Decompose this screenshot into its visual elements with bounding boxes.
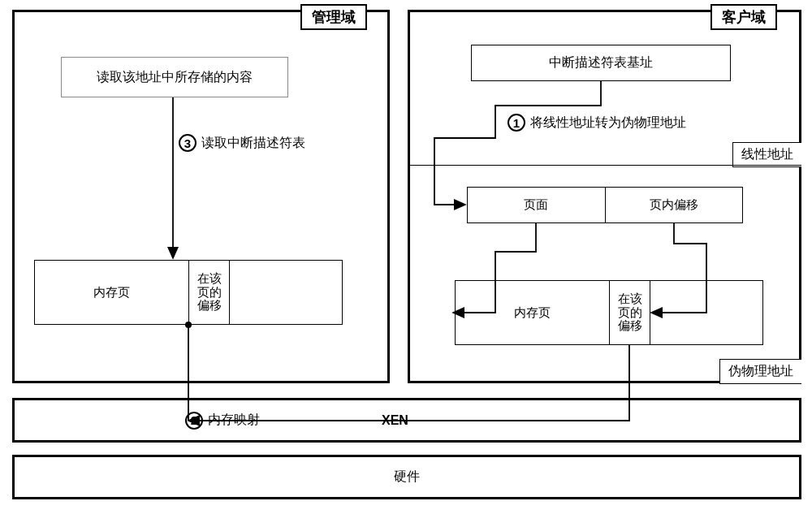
client-mem-page: 内存页	[456, 281, 610, 344]
hardware-text: 硬件	[394, 469, 420, 486]
step-1-num: 1	[508, 114, 525, 132]
linear-addr-label: 线性地址	[732, 142, 801, 167]
client-sep-line	[410, 165, 801, 166]
step-1-text: 将线性地址转为伪物理地址	[530, 114, 686, 132]
step-2-num: 2	[185, 412, 203, 430]
hardware-bar: 硬件	[12, 455, 801, 499]
mgmt-page-offset: 在该页的偏移	[189, 261, 230, 324]
xen-bar: 2 内存映射 XEN	[12, 398, 801, 443]
idt-base-box: 中断描述符表基址	[471, 45, 731, 81]
pseudo-phys-label: 伪物理地址	[719, 359, 801, 384]
client-mem-empty	[650, 281, 762, 344]
client-domain-tab: 客户域	[710, 4, 777, 30]
xen-label: XEN	[382, 413, 408, 428]
client-page: 页面	[468, 188, 606, 222]
client-page-split: 页面 页内偏移	[467, 187, 743, 223]
management-domain-tab: 管理域	[300, 4, 367, 30]
step-2-text: 内存映射	[208, 412, 260, 429]
mgmt-mem-page: 内存页	[35, 261, 189, 324]
step-3-num: 3	[179, 134, 197, 152]
read-content-box: 读取该地址中所存储的内容	[61, 57, 288, 97]
mgmt-mem-split: 内存页 在该页的偏移	[34, 260, 343, 325]
step-3-text: 读取中断描述符表	[201, 135, 305, 152]
client-page-offset: 在该页的偏移	[610, 281, 650, 344]
client-mem-split: 内存页 在该页的偏移	[455, 280, 763, 345]
step-1-label: 1 将线性地址转为伪物理地址	[508, 114, 686, 132]
mgmt-mem-empty	[230, 261, 342, 324]
step-3-label: 3 读取中断描述符表	[179, 134, 305, 152]
client-in-page-offset: 页内偏移	[606, 188, 743, 222]
